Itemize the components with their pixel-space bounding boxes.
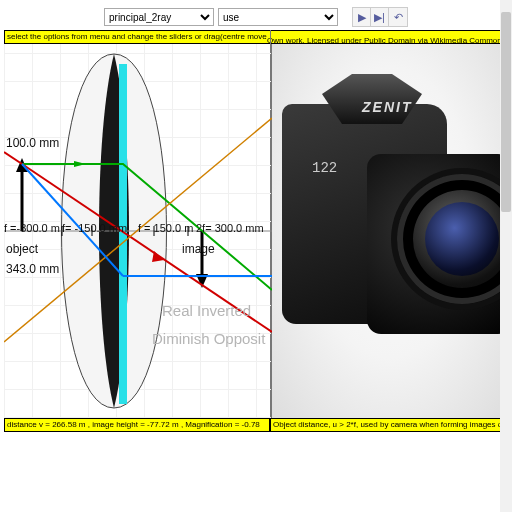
camera-brand-label: ZENIT: [362, 99, 412, 115]
playback-controls: ▶ ▶| ↶: [352, 7, 408, 27]
mode-select[interactable]: principal_2ray: [104, 8, 214, 26]
reset-button[interactable]: ↶: [389, 8, 407, 26]
result-bar-left: distance v = 266.58 m , image height = -…: [4, 418, 270, 432]
f-pos300-label: 2f= 300.0 mm: [196, 222, 264, 234]
object-text-label: object: [6, 242, 38, 256]
result-bar-right: Object distance, u > 2*f, used by camera…: [270, 418, 508, 432]
f-neg150-label: f= -150.0 mm: [62, 222, 127, 234]
scroll-thumb[interactable]: [501, 12, 511, 212]
nature-line2: Diminish Opposit: [152, 330, 265, 347]
result-text-right: Object distance, u > 2*f, used by camera…: [273, 420, 508, 429]
toolbar: principal_2ray use ▶ ▶| ↶: [0, 6, 512, 28]
use-select[interactable]: use: [218, 8, 338, 26]
nature-line1: Real Inverted: [162, 302, 251, 319]
svg-line-9: [4, 152, 22, 164]
camera-lens-glass: [425, 202, 499, 276]
f-pos150-label: f = 150.0 m: [138, 222, 193, 234]
camera-model-label: 122: [312, 160, 337, 176]
object-height-label: 100.0 mm: [6, 136, 59, 150]
image-text-label: image: [182, 242, 215, 256]
step-button[interactable]: ▶|: [371, 8, 389, 26]
vertical-scrollbar[interactable]: [500, 0, 512, 512]
blank-area: [0, 432, 512, 512]
ray-diagram[interactable]: 100.0 mm f =-300.0 m f= -150.0 mm f = 15…: [4, 44, 272, 418]
result-text-left: distance v = 266.58 m , image height = -…: [7, 420, 260, 429]
u-value-label: 343.0 mm: [6, 262, 59, 276]
instruction-right: Own work. Licensed under Public Domain v…: [267, 36, 506, 44]
play-button[interactable]: ▶: [353, 8, 371, 26]
f-neg300-label: f =-300.0 m: [4, 222, 60, 234]
instruction-left: select the options from menu and change …: [7, 31, 267, 43]
main-area: 100.0 mm f =-300.0 m f= -150.0 mm f = 15…: [4, 44, 508, 418]
camera-image: ZENIT 122: [272, 44, 508, 418]
instruction-bar: select the options from menu and change …: [4, 30, 508, 44]
